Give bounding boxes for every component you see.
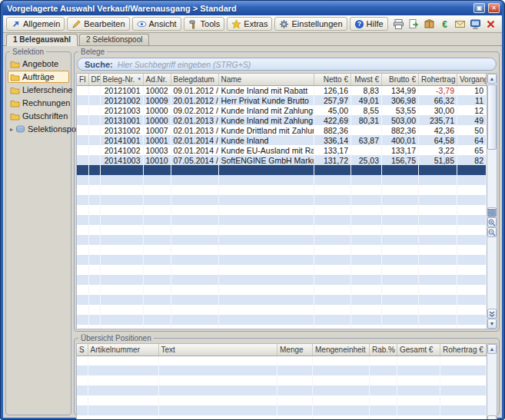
- search-label: Suche:: [85, 60, 113, 69]
- zoom-out-icon: [488, 229, 496, 236]
- ansicht-button[interactable]: Ansicht: [132, 17, 181, 31]
- sort-desc-icon: [135, 75, 141, 84]
- belege-scrollbar: ▲ ▼: [487, 74, 497, 329]
- pos-scroll-down-button[interactable]: ▼: [487, 415, 497, 420]
- mail-icon[interactable]: [454, 18, 466, 30]
- col-mengeneinheit[interactable]: Mengeneinheit: [313, 344, 370, 356]
- belege-table: FI DR Beleg-Nr. Ad.Nr. Belegdatum Name N…: [77, 74, 487, 329]
- scroll-down-button[interactable]: ▼: [487, 319, 497, 329]
- zoom-out-button[interactable]: [487, 227, 497, 237]
- exit-icon[interactable]: [484, 18, 497, 30]
- col-artikelnummer[interactable]: Artikelnummer: [88, 344, 158, 356]
- euro-icon[interactable]: €: [438, 18, 450, 30]
- col-netto[interactable]: Netto €: [314, 74, 351, 85]
- monitor-icon[interactable]: [469, 18, 481, 30]
- cell-brutto: 133,17: [382, 145, 419, 155]
- app-window: Vorgelagerte Auswahl Verkauf/Warenausgan…: [0, 0, 505, 420]
- cell-brutto: 306,98: [382, 95, 419, 105]
- hilfe-button[interactable]: ? Hilfe: [350, 17, 388, 31]
- page-down-button[interactable]: [487, 309, 497, 319]
- cell-vorgang: 82: [457, 155, 487, 165]
- cell-fi: [77, 145, 88, 155]
- zoom-in-button[interactable]: [487, 217, 497, 227]
- col-fi[interactable]: FI: [77, 74, 88, 85]
- col-dr[interactable]: DR: [88, 74, 100, 85]
- col-belegdatum[interactable]: Belegdatum: [171, 74, 218, 85]
- cell-fi: [77, 155, 88, 165]
- cell-rohertrag: 42,36: [419, 125, 457, 135]
- scroll-down-icon: ▼: [490, 321, 495, 326]
- scroll-up-button[interactable]: ▲: [487, 74, 497, 84]
- cell-vorgang: 11: [457, 95, 487, 105]
- tools-button[interactable]: Tools: [184, 17, 225, 31]
- cell-beleg_nr: 20131002: [100, 125, 143, 135]
- table-row[interactable]: 201310021000702.01.2013 /MiKunde Drittla…: [77, 125, 487, 135]
- col-ad-nr[interactable]: Ad.Nr.: [143, 74, 171, 85]
- cell-brutto: 134,99: [382, 85, 419, 95]
- expand-icon[interactable]: ▸: [10, 126, 13, 133]
- empty-row: [77, 305, 487, 315]
- table-row[interactable]: 201210031000009.02.2012 /DoKunde Inland …: [77, 105, 487, 115]
- print-icon[interactable]: [392, 18, 404, 30]
- positionen-header-row: S Artikelnummer Text Menge Mengeneinheit…: [77, 344, 487, 356]
- cell-beleg_nr: 20141002: [100, 145, 143, 155]
- tab-belegauswahl[interactable]: 1 Belegauswahl: [6, 34, 78, 46]
- table-row[interactable]: 201410021000302.01.2014 /DoKunde EU-Ausl…: [77, 145, 487, 155]
- bearbeiten-button[interactable]: Bearbeiten: [67, 17, 129, 31]
- cell-ad_nr: 10003: [143, 145, 171, 155]
- sidebar-item-selektionspools[interactable]: ▸ Selektionspools: [8, 123, 69, 135]
- table-row[interactable]: 201410031001007.05.2014 /MiSoftENGINE Gm…: [77, 155, 487, 165]
- col-beleg-nr[interactable]: Beleg-Nr.: [100, 74, 143, 85]
- col-s[interactable]: S: [77, 344, 88, 356]
- cell-name: Kunde Inland mit Zahlungskondition: [218, 115, 314, 125]
- einstellungen-button[interactable]: Einstellungen: [274, 17, 347, 31]
- col-menge[interactable]: Menge: [277, 344, 313, 356]
- col-rohertrag-pos[interactable]: Rohertrag €: [440, 344, 487, 356]
- table-row[interactable]: 201210021000920.01.2012 /FrHerr Privat K…: [77, 95, 487, 105]
- table-row[interactable]: 201210011000209.01.2012 /MoKunde Inland …: [77, 85, 487, 95]
- close-button[interactable]: ✕: [488, 3, 500, 13]
- sidebar-item-angebote[interactable]: Angebote: [8, 58, 69, 70]
- extras-button[interactable]: Extras: [227, 17, 272, 31]
- cell-dr: [88, 145, 100, 155]
- empty-row: [77, 275, 487, 285]
- empty-row: [77, 185, 487, 195]
- cell-fi: [77, 125, 88, 135]
- cell-fi: [77, 115, 88, 125]
- tab-selektionspool[interactable]: 2 Selektionspool: [79, 34, 149, 45]
- pos-scroll-up-button[interactable]: ▲: [487, 344, 497, 354]
- cell-fi: [77, 85, 88, 95]
- grid-view-button[interactable]: [487, 207, 497, 217]
- col-gesamt[interactable]: Gesamt €: [397, 344, 440, 356]
- search-bar[interactable]: Suche:: [77, 58, 497, 71]
- col-text[interactable]: Text: [158, 344, 277, 356]
- cell-rohertrag: 51,85: [419, 155, 457, 165]
- col-brutto[interactable]: Brutto €: [382, 74, 419, 85]
- sidebar-item-auftraege[interactable]: Aufträge: [8, 71, 69, 83]
- table-row[interactable]: 201410011000102.01.2014 /DoKunde Inland3…: [77, 135, 487, 145]
- selected-row[interactable]: [77, 165, 487, 175]
- export-icon[interactable]: [407, 18, 420, 30]
- empty-row: [77, 215, 487, 225]
- col-mwst[interactable]: Mwst €: [351, 74, 382, 85]
- col-rohertrag[interactable]: Rohertrag €: [419, 74, 457, 85]
- cell-netto: 131,72: [314, 155, 351, 165]
- selektion-title: Selektion: [10, 48, 46, 56]
- package-icon[interactable]: [423, 18, 435, 30]
- sidebar-item-rechnungen[interactable]: Rechnungen: [8, 97, 69, 109]
- col-rab[interactable]: Rab.%: [370, 344, 397, 356]
- restore-button[interactable]: ▣: [473, 3, 485, 13]
- search-input[interactable]: [118, 60, 489, 69]
- empty-row: [77, 375, 487, 385]
- folder-icon: [10, 60, 20, 68]
- allgemein-button[interactable]: Allgemein: [6, 17, 65, 31]
- positionen-table-body: [77, 356, 487, 420]
- cell-ad_nr: 10010: [143, 155, 171, 165]
- sidebar-item-gutschriften[interactable]: Gutschriften: [8, 110, 69, 122]
- scrollbar-thumb[interactable]: [487, 84, 497, 150]
- table-row[interactable]: 201310011000002.01.2013 /MiKunde Inland …: [77, 115, 487, 125]
- col-name[interactable]: Name: [218, 74, 314, 85]
- col-vorgang[interactable]: Vorgang: [457, 74, 487, 85]
- empty-row: [77, 356, 487, 365]
- sidebar-item-lieferscheine[interactable]: Lieferscheine: [8, 84, 69, 96]
